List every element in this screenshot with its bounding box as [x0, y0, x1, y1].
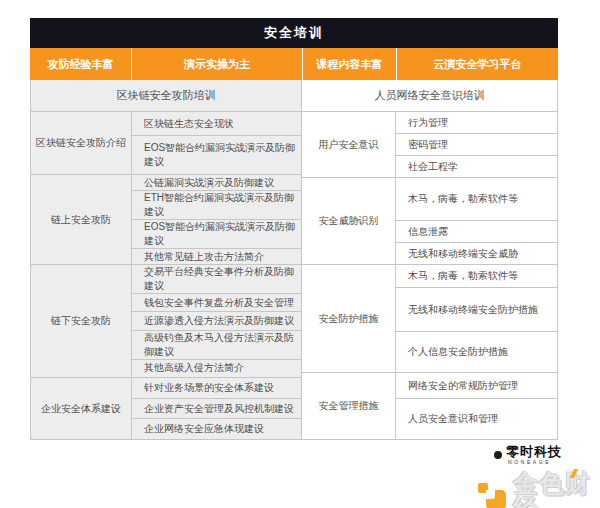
section-rows: 公链漏洞实战演示及防御建议 ETH智能合约漏洞实战演示及防御建议 EOS智能合约…	[132, 175, 301, 264]
topic-row: 无线和移动终端安全防护措施	[396, 288, 557, 331]
section-label: 安全管理措施	[302, 373, 396, 439]
topic-row: 木马，病毒，勒索软件等	[396, 178, 557, 221]
blockchain-course-column: 区块链安全攻防介绍 区块链生态安全现状 EOS智能合约漏洞实战演示及防御建议 链…	[30, 112, 302, 440]
topic-row: 区块链生态安全现状	[132, 112, 301, 136]
feature-header-row: 攻防经验丰富 演示实操为主 课程内容丰富 云演安全学习平台	[30, 48, 558, 80]
section-label: 区块链安全攻防介绍	[31, 112, 132, 174]
zero-hour-logo-text: 零时科技 NONEAGE	[506, 445, 562, 465]
zero-hour-subtext: NONEAGE	[506, 460, 562, 465]
topic-row: 其他常见链上攻击方法简介	[132, 249, 301, 264]
section-threat-identification: 安全威胁识别 木马，病毒，勒索软件等 信息泄露 无线和移动终端安全威胁	[302, 178, 558, 265]
jinse-finance-icon	[477, 481, 507, 508]
section-rows: 交易平台经典安全事件分析及防御建议 钱包安全事件复盘分析及安全管理 近源渗透入侵…	[132, 265, 301, 377]
section-rows: 针对业务场景的安全体系建设 企业资产安全管理及风控机制建设 企业网络安全应急体现…	[132, 378, 301, 439]
zero-hour-name: 零时科技	[506, 445, 562, 458]
zero-hour-ring-icon	[494, 451, 502, 459]
section-enterprise: 企业安全体系建设 针对业务场景的安全体系建设 企业资产安全管理及风控机制建设 企…	[30, 378, 302, 440]
feature-header-cloud-platform: 云演安全学习平台	[396, 48, 558, 80]
topic-row: 信息泄露	[396, 221, 557, 243]
topic-row: 交易平台经典安全事件分析及防御建议	[132, 265, 301, 294]
section-label: 用户安全意识	[302, 112, 396, 177]
topic-row: 针对业务场景的安全体系建设	[132, 378, 301, 399]
section-label: 链上安全攻防	[31, 175, 132, 264]
topic-row: 企业资产安全管理及风控机制建设	[132, 399, 301, 420]
jinse-finance-watermark: 金色财经	[477, 471, 600, 508]
topic-row: 高级钓鱼及木马入侵方法演示及防御建议	[132, 331, 301, 360]
course-group-blockchain: 区块链安全攻防培训	[30, 80, 302, 112]
topic-row: 个人信息安全防护措施	[396, 332, 557, 372]
topic-row: EOS智能合约漏洞实战演示及防御建议	[132, 136, 301, 174]
feature-header-attack-defense: 攻防经验丰富	[30, 48, 131, 80]
section-label: 安全防护措施	[302, 265, 396, 372]
section-label: 链下安全攻防	[31, 265, 132, 377]
topic-row: 社会工程学	[396, 156, 557, 177]
table-title: 安全培训	[30, 18, 558, 48]
topic-row: ETH智能合约漏洞实战演示及防御建议	[132, 191, 301, 220]
topic-row: EOS智能合约漏洞实战演示及防御建议	[132, 220, 301, 249]
section-management-measures: 安全管理措施 网络安全的常规防护管理 人员安全意识和管理	[302, 373, 558, 440]
topic-row: 其他高级入侵方法简介	[132, 360, 301, 377]
personnel-course-column: 用户安全意识 行为管理 密码管理 社会工程学 安全威胁识别 木马，病毒，勒索软件…	[302, 112, 558, 440]
topic-row: 木马，病毒，勒索软件等	[396, 265, 557, 288]
section-label: 企业安全体系建设	[31, 378, 132, 439]
security-training-table: 安全培训 攻防经验丰富 演示实操为主 课程内容丰富 云演安全学习平台 区块链安全…	[30, 18, 558, 440]
course-group-personnel: 人员网络安全意识培训	[302, 80, 558, 112]
course-group-row: 区块链安全攻防培训 人员网络安全意识培训	[30, 80, 558, 112]
section-label: 安全威胁识别	[302, 178, 396, 264]
topic-row: 人员安全意识和管理	[396, 399, 557, 439]
topic-row: 行为管理	[396, 112, 557, 134]
feature-header-demo-practice: 演示实操为主	[131, 48, 302, 80]
section-rows: 木马，病毒，勒索软件等 信息泄露 无线和移动终端安全威胁	[396, 178, 557, 264]
section-offchain: 链下安全攻防 交易平台经典安全事件分析及防御建议 钱包安全事件复盘分析及安全管理…	[30, 265, 302, 378]
section-blockchain-intro: 区块链安全攻防介绍 区块链生态安全现状 EOS智能合约漏洞实战演示及防御建议	[30, 112, 302, 175]
feature-header-course-content: 课程内容丰富	[302, 48, 396, 80]
section-user-awareness: 用户安全意识 行为管理 密码管理 社会工程学	[302, 112, 558, 178]
topic-row: 钱包安全事件复盘分析及安全管理	[132, 294, 301, 312]
page: 安全培训 攻防经验丰富 演示实操为主 课程内容丰富 云演安全学习平台 区块链安全…	[0, 0, 600, 508]
section-rows: 区块链生态安全现状 EOS智能合约漏洞实战演示及防御建议	[132, 112, 301, 174]
topic-row: 密码管理	[396, 134, 557, 156]
jinse-finance-name: 金色财经	[513, 471, 600, 508]
topic-row: 企业网络安全应急体现建设	[132, 419, 301, 439]
section-onchain: 链上安全攻防 公链漏洞实战演示及防御建议 ETH智能合约漏洞实战演示及防御建议 …	[30, 175, 302, 265]
section-rows: 网络安全的常规防护管理 人员安全意识和管理	[396, 373, 557, 439]
section-rows: 行为管理 密码管理 社会工程学	[396, 112, 557, 177]
topic-row: 网络安全的常规防护管理	[396, 373, 557, 399]
section-protection-measures: 安全防护措施 木马，病毒，勒索软件等 无线和移动终端安全防护措施 个人信息安全防…	[302, 265, 558, 373]
table-body: 区块链安全攻防介绍 区块链生态安全现状 EOS智能合约漏洞实战演示及防御建议 链…	[30, 112, 558, 440]
topic-row: 无线和移动终端安全威胁	[396, 243, 557, 264]
topic-row: 公链漏洞实战演示及防御建议	[132, 175, 301, 191]
zero-hour-tech-logo: 零时科技 NONEAGE	[494, 445, 562, 465]
section-rows: 木马，病毒，勒索软件等 无线和移动终端安全防护措施 个人信息安全防护措施	[396, 265, 557, 372]
topic-row: 近源渗透入侵方法演示及防御建议	[132, 312, 301, 330]
